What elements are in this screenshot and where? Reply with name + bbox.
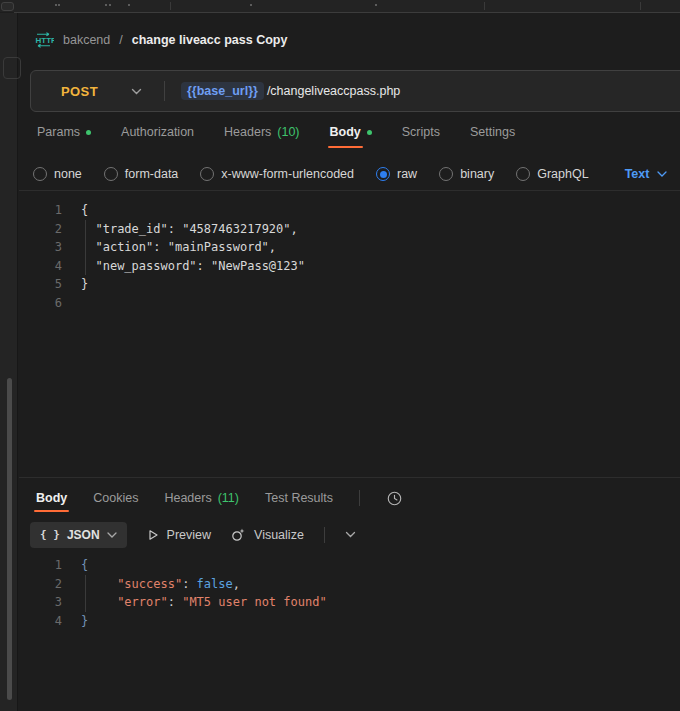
body-mode-radios: noneform-datax-www-form-urlencodedrawbin…	[33, 159, 667, 189]
response-body-editor[interactable]: 1{2 "success": false,3 "error": "MT5 use…	[19, 548, 680, 658]
token-plain: :	[197, 259, 211, 273]
token-plain: {	[81, 203, 88, 217]
tab-count-badge: (10)	[277, 125, 299, 139]
radio-icon	[200, 167, 214, 181]
request-title[interactable]: change liveacc pass Copy	[132, 33, 288, 47]
visualize-label: Visualize	[254, 528, 304, 542]
response-tab-cookies[interactable]: Cookies	[93, 486, 138, 510]
response-tab-test-results[interactable]: Test Results	[265, 486, 333, 510]
response-format-select[interactable]: { } JSON	[30, 522, 127, 548]
unsaved-changes-dot	[86, 130, 91, 135]
code-line: 2 "success": false,	[19, 575, 680, 594]
tab-strip-dot	[128, 4, 130, 6]
format-label: JSON	[67, 528, 100, 542]
tab-label: Params	[37, 125, 80, 139]
code-text: "error": "MT5 user not found"	[62, 593, 327, 612]
code-line: 6	[19, 294, 680, 313]
token-bool: false	[197, 577, 233, 591]
preview-button[interactable]: Preview	[147, 528, 211, 542]
body-mode-raw[interactable]: raw	[376, 167, 417, 181]
tab-label: Scripts	[402, 125, 440, 139]
request-body-editor[interactable]: 1{2 "trade_id": "4587463217920",3 "actio…	[19, 191, 680, 477]
code-line: 4 "new_password": "NewPass@123"	[19, 257, 680, 276]
chevron-down-icon[interactable]	[131, 88, 142, 95]
request-tab-scripts[interactable]: Scripts	[402, 120, 440, 144]
radio-label: none	[54, 167, 82, 181]
breadcrumb: HTTP bakcend / change liveacc pass Copy	[33, 31, 287, 49]
visualize-button[interactable]: Visualize	[231, 527, 304, 542]
tab-count-badge: (11)	[218, 491, 239, 505]
code-line: 4}	[19, 612, 680, 631]
radio-icon	[104, 167, 118, 181]
token-plain: :	[168, 222, 182, 236]
code-text: }	[62, 275, 88, 294]
code-line: 3 "error": "MT5 user not found"	[19, 593, 680, 612]
sidebar-item-fragment	[3, 57, 21, 79]
breadcrumb-separator: /	[119, 33, 122, 47]
code-line: 5}	[19, 275, 680, 294]
breadcrumb-collection[interactable]: bakcend	[63, 33, 110, 47]
tab-strip-dot	[58, 4, 60, 6]
tab-label: Headers	[164, 491, 211, 505]
token-plain: "action"	[95, 240, 153, 254]
radio-label: x-www-form-urlencoded	[221, 167, 354, 181]
request-tab-headers[interactable]: Headers(10)	[224, 120, 299, 144]
response-toolbar: { } JSON Preview Visualize	[30, 521, 356, 548]
token-plain: :	[153, 240, 167, 254]
tab-strip-fragment	[1, 2, 14, 11]
body-mode-x-www-form-urlencoded[interactable]: x-www-form-urlencoded	[200, 167, 354, 181]
line-number: 1	[19, 556, 62, 575]
tab-label: Headers	[224, 125, 271, 139]
svg-text:HTTP: HTTP	[36, 36, 55, 45]
response-tab-headers[interactable]: Headers(11)	[164, 486, 239, 510]
token-punct: :	[182, 577, 196, 591]
code-line: 3 "action": "mainPassword",	[19, 238, 680, 257]
braces-icon: { }	[40, 528, 60, 541]
code-text: "new_password": "NewPass@123"	[62, 257, 305, 276]
token-punct: :	[168, 595, 182, 609]
http-request-icon: HTTP	[33, 32, 54, 48]
body-mode-graphql[interactable]: GraphQL	[516, 167, 588, 181]
tab-label: Test Results	[265, 491, 333, 505]
tab-strip-divider	[14, 12, 680, 13]
request-tab-body[interactable]: Body	[330, 120, 372, 144]
response-tab-body[interactable]: Body	[36, 486, 67, 510]
token-plain	[81, 222, 95, 236]
indent-guide	[85, 220, 86, 276]
token-punct	[81, 595, 117, 609]
response-history-icon[interactable]	[386, 490, 403, 507]
chevron-down-icon	[107, 532, 117, 538]
request-tab-settings[interactable]: Settings	[470, 120, 515, 144]
preview-label: Preview	[167, 528, 211, 542]
token-plain: ,	[291, 222, 298, 236]
radio-icon	[439, 167, 453, 181]
indent-guide	[85, 575, 86, 612]
response-section: BodyCookiesHeaders(11)Test Results	[36, 484, 403, 512]
body-mode-none[interactable]: none	[33, 167, 82, 181]
request-tab-params[interactable]: Params	[37, 120, 91, 144]
url-input[interactable]: /changeliveaccpass.php	[267, 84, 400, 98]
response-tabs: BodyCookiesHeaders(11)Test Results	[36, 486, 333, 510]
body-mode-binary[interactable]: binary	[439, 167, 494, 181]
tab-strip-dot	[105, 4, 107, 6]
url-variable-chip[interactable]: {{base_url}}	[181, 82, 264, 100]
request-tab-authorization[interactable]: Authorization	[121, 120, 194, 144]
sidebar-scrollbar[interactable]	[7, 378, 12, 700]
radio-label: raw	[397, 167, 417, 181]
token-plain: "new_password"	[95, 259, 196, 273]
tab-strip-dot	[109, 4, 111, 6]
url-divider	[164, 81, 165, 101]
token-plain: "NewPass@123"	[211, 259, 305, 273]
body-mode-form-data[interactable]: form-data	[104, 167, 179, 181]
postman-app-window: HTTP bakcend / change liveacc pass Copy …	[0, 0, 680, 711]
window-tab-strip	[0, 0, 680, 12]
chevron-down-icon[interactable]	[345, 531, 356, 538]
radio-icon	[376, 167, 390, 181]
tab-label: Settings	[470, 125, 515, 139]
method-select[interactable]: POST	[61, 84, 98, 99]
tab-label: Body	[330, 125, 361, 139]
tab-label: Body	[36, 491, 67, 505]
line-number: 1	[19, 201, 62, 220]
raw-language-select[interactable]: Text	[625, 167, 668, 181]
token-punct: ,	[233, 577, 240, 591]
